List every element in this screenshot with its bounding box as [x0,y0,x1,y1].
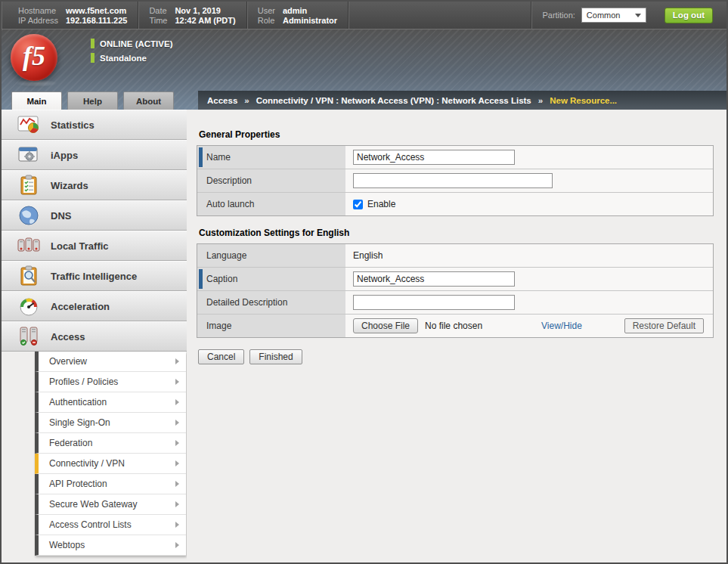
submenu-item-label: Overview [49,356,87,367]
access-icon [17,326,41,347]
detailed-description-input[interactable] [353,295,515,310]
submenu-item-webtops[interactable]: Webtops [35,535,186,556]
iapps-icon [17,144,41,166]
chevron-right-icon [175,399,179,405]
breadcrumb-current: New Resource... [550,96,617,105]
file-status-text: No file chosen [425,321,482,331]
language-label: Language [206,250,246,261]
view-hide-link[interactable]: View/Hide [541,321,582,331]
main-content: General Properties Name Description [187,110,728,564]
name-label-cell: Name [197,146,345,169]
caption-value-cell [345,268,713,290]
sidebar-item-label: Access [51,331,85,342]
f5-admin-window: Hostname www.f5net.com IP Address 192.16… [0,0,728,564]
tab-main[interactable]: Main [11,91,62,110]
restore-default-button[interactable]: Restore Default [624,318,704,333]
form-actions: Cancel Finished [198,349,714,364]
sidebar-item-traffic-intelligence[interactable]: Traffic Intelligence [2,261,187,291]
submenu-item-label: Secure Web Gateway [49,499,138,510]
submenu-item-federation[interactable]: Federation [35,433,186,454]
tab-about[interactable]: About [123,91,174,110]
chevron-right-icon [175,440,179,446]
cancel-button[interactable]: Cancel [198,349,244,364]
name-label: Name [206,152,231,163]
description-input[interactable] [353,173,553,188]
submenu-item-profiles-policies[interactable]: Profiles / Policies [35,372,186,392]
chevron-right-icon [175,460,179,466]
acceleration-icon [17,296,41,317]
sidebar-item-label: Acceleration [51,301,110,312]
date-value: Nov 1, 2019 [175,6,235,15]
detailed-description-label: Detailed Description [206,297,287,308]
auto-launch-label-cell: Auto launch [197,193,345,215]
dns-icon [17,205,41,226]
image-label-cell: Image [197,315,345,337]
chevron-right-icon [175,542,179,548]
submenu-item-label: Access Control Lists [49,519,132,530]
auto-launch-row: Auto launch Enable [197,193,713,215]
enable-checkbox-label: Enable [367,199,395,209]
breadcrumb-root[interactable]: Access [207,96,237,105]
name-value-cell [345,146,713,169]
partition-label: Partition: [542,11,575,20]
sidebar-nav: Statistics iApps [2,110,187,564]
sidebar-item-dns[interactable]: DNS [2,200,187,231]
submenu-item-overview[interactable]: Overview [35,352,186,372]
wizards-icon [17,175,41,196]
language-value-cell: English [345,244,713,267]
image-label: Image [206,321,231,331]
chevron-right-icon [175,481,179,487]
partition-select[interactable]: Common [581,8,646,23]
dropdown-arrow-icon [635,14,641,17]
ip-address-label: IP Address [18,16,58,25]
submenu-item-label: Single Sign-On [49,417,110,428]
caption-input[interactable] [353,271,515,287]
required-accent-bar [199,147,203,167]
sidebar-item-local-traffic[interactable]: Local Traffic [2,231,187,261]
submenu-item-single-sign-on[interactable]: Single Sign-On [35,413,186,433]
logout-button[interactable]: Log out [664,8,713,23]
caption-label: Caption [206,274,237,284]
sidebar-item-acceleration[interactable]: Acceleration [2,291,187,321]
sidebar-item-label: Traffic Intelligence [51,271,137,282]
breadcrumb-separator: » [538,96,543,105]
time-label: Time [149,16,167,25]
status-secondary: Standalone [100,54,147,63]
sidebar-item-iapps[interactable]: iApps [2,140,187,170]
language-label-cell: Language [197,244,345,267]
choose-file-button[interactable]: Choose File [353,318,418,333]
detailed-description-row: Detailed Description [197,291,713,315]
date-label: Date [149,6,167,15]
role-value: Administrator [283,16,337,25]
submenu-item-connectivity-vpn[interactable]: Connectivity / VPN [35,454,186,474]
topbar-spacer [349,2,531,29]
submenu-item-access-control-lists[interactable]: Access Control Lists [35,515,186,535]
submenu-item-label: Authentication [49,397,107,408]
description-label-cell: Description [197,169,345,192]
sidebar-item-wizards[interactable]: Wizards [2,170,187,200]
finished-button[interactable]: Finished [249,349,302,364]
sidebar-item-access[interactable]: Access [2,321,187,352]
traffic-intelligence-icon [17,265,41,287]
sidebar-item-statistics[interactable]: Statistics [2,110,187,140]
name-input[interactable] [353,150,515,165]
local-traffic-icon [17,235,41,256]
detailed-description-value-cell [345,291,713,314]
status-indicator-icon [91,39,94,48]
device-status: ONLINE (ACTIVE) Standalone [91,39,172,67]
sidebar-item-label: Wizards [51,180,88,191]
breadcrumb-separator: » [244,96,249,105]
submenu-item-api-protection[interactable]: API Protection [35,474,186,494]
description-value-cell [345,169,713,192]
tab-bar: Main Help About [11,91,174,110]
sidebar-item-label: DNS [51,210,71,222]
description-row: Description [197,169,713,193]
submenu-item-label: Connectivity / VPN [49,458,125,469]
auto-launch-checkbox[interactable] [353,200,363,209]
tab-help[interactable]: Help [67,91,118,110]
submenu-item-authentication[interactable]: Authentication [35,392,186,413]
submenu-item-secure-web-gateway[interactable]: Secure Web Gateway [35,494,186,515]
chevron-right-icon [175,522,179,528]
general-properties-title: General Properties [199,129,714,140]
host-info: Hostname www.f5net.com IP Address 192.16… [2,2,138,29]
